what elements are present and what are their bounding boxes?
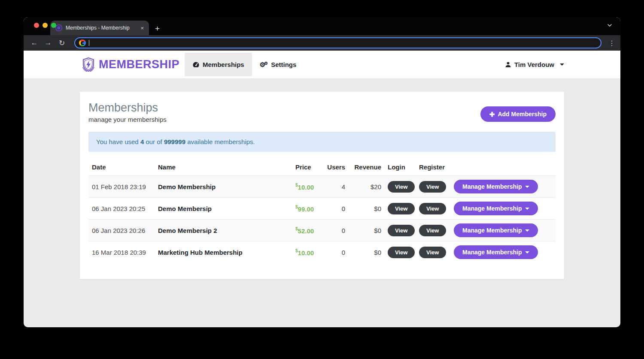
header-register: Register [419,163,454,171]
price-value: 52.00 [298,227,314,235]
price-value: 10.00 [298,249,314,256]
browser-window: Memberships - Membership × + ← → ↻ ⋮ [24,17,620,327]
refresh-button[interactable]: ↻ [56,37,67,48]
manage-membership-button[interactable]: Manage Membership [454,180,538,193]
row-revenue: $0 [345,205,381,212]
chevron-down-icon [525,186,529,188]
header-date: Date [88,163,158,171]
table-row: 06 Jan 2023 20:25 Demo Membersip $99.00 … [88,197,556,219]
traffic-lights [34,23,56,28]
add-membership-label: Add Membership [498,111,547,118]
register-view-button[interactable]: View [419,181,446,193]
cogs-icon: ⚙⚙ [260,61,268,68]
header-price: Price [295,163,319,171]
manage-membership-label: Manage Membership [462,227,522,234]
google-g-icon [79,39,86,46]
user-name: Tim Verdouw [514,61,554,68]
header-revenue: Revenue [345,163,381,171]
nav-item-label: Settings [271,61,296,68]
login-view-button[interactable]: View [388,225,415,236]
user-icon [505,61,511,68]
browser-toolbar: ← → ↻ ⋮ [24,35,620,51]
row-date: 06 Jan 2023 20:25 [88,205,158,212]
usage-alert: You have used 4 our of 999999 available … [88,132,556,152]
close-window-button[interactable] [34,23,39,28]
tab-close-icon[interactable]: × [140,25,145,31]
chevron-down-icon [525,251,529,253]
new-tab-button[interactable]: + [155,24,160,33]
back-button[interactable]: ← [29,37,40,48]
table-row: 01 Feb 2018 23:19 Demo Membership $10.00… [88,175,556,197]
app-header: MEMBERSHIP Memberships ⚙⚙ Settings [24,51,620,79]
header-login: Login [381,163,419,171]
table-body: 01 Feb 2018 23:19 Demo Membership $10.00… [88,175,556,263]
row-price: $10.00 [295,183,319,191]
total-count: 999999 [164,138,185,145]
tab-favicon-icon [55,24,62,31]
price-value: 10.00 [298,184,314,191]
used-count: 4 [140,138,144,145]
row-date: 06 Jan 2023 20:26 [88,227,158,234]
zoom-window-button[interactable] [51,23,56,28]
table-header-row: Date Name Price Users Revenue Login Regi… [88,160,556,175]
header-users: Users [319,163,345,171]
manage-membership-label: Manage Membership [462,183,522,190]
row-users: 0 [319,205,345,212]
tab-strip: Memberships - Membership × + [24,17,620,35]
row-revenue: $0 [345,227,381,234]
row-users: 0 [319,249,345,256]
row-users: 0 [319,227,345,234]
nav-item-memberships[interactable]: Memberships [185,53,252,76]
register-view-button[interactable]: View [419,247,446,258]
manage-membership-label: Manage Membership [462,205,522,212]
header-name: Name [158,163,295,171]
memberships-table: Date Name Price Users Revenue Login Regi… [88,160,556,263]
row-date: 16 Mar 2018 20:39 [88,249,158,256]
manage-membership-label: Manage Membership [462,249,522,256]
nav-item-label: Memberships [203,61,244,68]
row-users: 4 [319,183,345,190]
nav-item-settings[interactable]: ⚙⚙ Settings [252,51,304,78]
row-revenue: $20 [345,183,381,190]
tab-search-chevron-icon[interactable] [607,22,613,28]
shield-bolt-icon [80,56,97,73]
manage-membership-button[interactable]: Manage Membership [454,245,538,259]
brand-name: MEMBERSHIP [99,58,179,71]
row-name: Marketing Hub Membership [158,249,295,256]
manage-membership-button[interactable]: Manage Membership [454,202,538,215]
row-date: 01 Feb 2018 23:19 [88,183,158,190]
login-view-button[interactable]: View [388,203,415,214]
login-view-button[interactable]: View [388,247,415,258]
user-menu[interactable]: Tim Verdouw [505,61,564,68]
address-bar[interactable] [74,37,601,48]
minimize-window-button[interactable] [43,23,48,28]
browser-tab[interactable]: Memberships - Membership × [50,21,149,35]
table-row: 06 Jan 2023 20:26 Demo Membersip 2 $52.0… [88,219,556,241]
row-price: $99.00 [295,205,319,213]
tachometer-icon [192,61,200,68]
row-name: Demo Membersip [158,205,295,212]
memberships-card: Memberships manage your memberships ✚ Ad… [80,92,564,279]
row-revenue: $0 [345,249,381,256]
forward-button[interactable]: → [43,37,54,48]
text-cursor [89,40,89,46]
brand-logo[interactable]: MEMBERSHIP [80,56,179,73]
row-price: $10.00 [295,248,319,256]
row-name: Demo Membership [158,183,295,190]
chevron-down-icon [560,63,564,66]
main-nav: Memberships ⚙⚙ Settings [185,51,304,78]
price-value: 99.00 [298,205,314,213]
plus-icon: ✚ [489,111,495,118]
row-name: Demo Membersip 2 [158,227,295,234]
register-view-button[interactable]: View [419,203,446,214]
browser-menu-icon[interactable]: ⋮ [608,39,615,47]
chevron-down-icon [525,229,529,232]
login-view-button[interactable]: View [388,181,415,193]
page-title: Memberships [88,101,167,115]
chevron-down-icon [525,208,529,210]
register-view-button[interactable]: View [419,225,446,236]
page-subtitle: manage your memberships [88,116,167,123]
add-membership-button[interactable]: ✚ Add Membership [480,106,556,122]
manage-membership-button[interactable]: Manage Membership [454,223,538,237]
tab-title: Memberships - Membership [66,25,136,31]
